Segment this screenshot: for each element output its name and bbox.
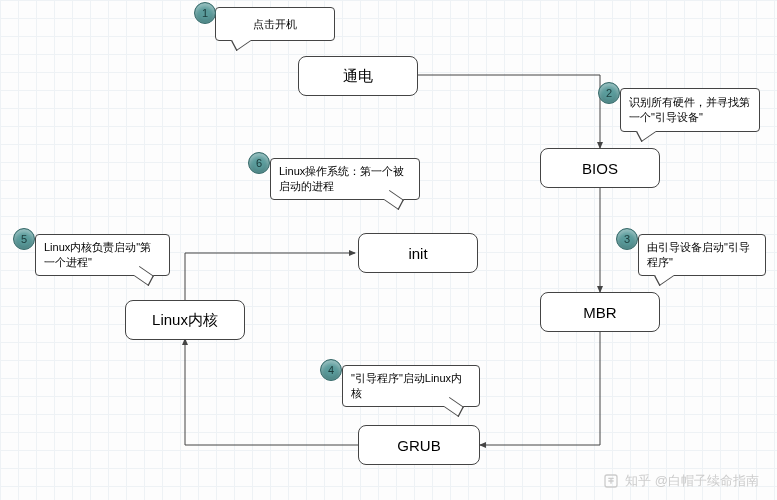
badge-3: 3 <box>616 228 638 250</box>
node-label: 通电 <box>343 67 373 86</box>
node-bios: BIOS <box>540 148 660 188</box>
callout-text: "引导程序"启动Linux内核 <box>351 371 471 401</box>
badge-2: 2 <box>598 82 620 104</box>
watermark-text: 知乎 @白帽子续命指南 <box>625 472 759 490</box>
callout-5: Linux内核负责启动"第一个进程" <box>35 234 170 276</box>
badge-4: 4 <box>320 359 342 381</box>
zhihu-icon <box>603 473 619 489</box>
node-mbr: MBR <box>540 292 660 332</box>
callout-text: 由引导设备启动"引导程序" <box>647 240 757 270</box>
node-label: BIOS <box>582 160 618 177</box>
badge-num: 2 <box>606 87 612 99</box>
node-power: 通电 <box>298 56 418 96</box>
node-grub: GRUB <box>358 425 480 465</box>
callout-1: 点击开机 <box>215 7 335 41</box>
callout-3: 由引导设备启动"引导程序" <box>638 234 766 276</box>
node-label: init <box>408 245 427 262</box>
badge-num: 6 <box>256 157 262 169</box>
callout-text: Linux操作系统：第一个被启动的进程 <box>279 164 411 194</box>
badge-num: 1 <box>202 7 208 19</box>
badge-6: 6 <box>248 152 270 174</box>
callout-4: "引导程序"启动Linux内核 <box>342 365 480 407</box>
node-label: GRUB <box>397 437 440 454</box>
callout-2: 识别所有硬件，并寻找第一个"引导设备" <box>620 88 760 132</box>
badge-num: 4 <box>328 364 334 376</box>
node-init: init <box>358 233 478 273</box>
badge-1: 1 <box>194 2 216 24</box>
node-label: MBR <box>583 304 616 321</box>
callout-text: 识别所有硬件，并寻找第一个"引导设备" <box>629 95 751 125</box>
badge-num: 5 <box>21 233 27 245</box>
node-label: Linux内核 <box>152 311 218 330</box>
badge-num: 3 <box>624 233 630 245</box>
watermark: 知乎 @白帽子续命指南 <box>603 472 759 490</box>
callout-6: Linux操作系统：第一个被启动的进程 <box>270 158 420 200</box>
badge-5: 5 <box>13 228 35 250</box>
callout-text: 点击开机 <box>253 17 297 32</box>
callout-text: Linux内核负责启动"第一个进程" <box>44 240 161 270</box>
node-kernel: Linux内核 <box>125 300 245 340</box>
